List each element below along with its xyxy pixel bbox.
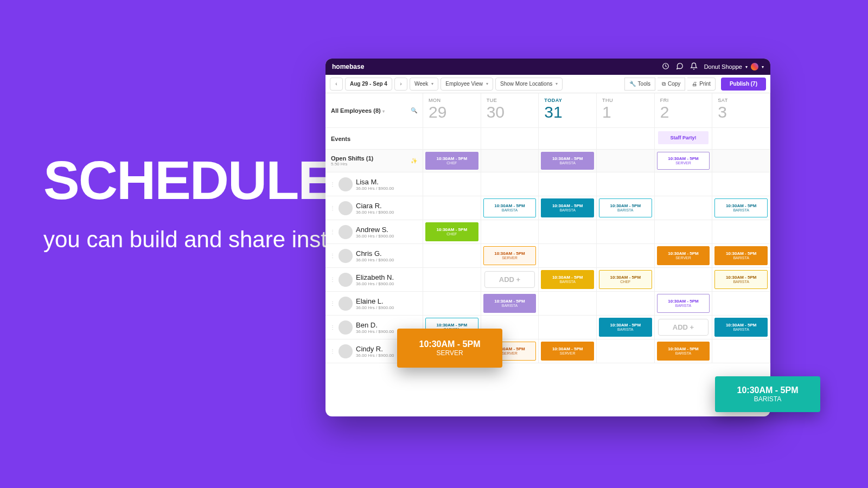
bell-icon[interactable] (690, 62, 698, 71)
shift-cell[interactable]: 10:30AM - 5PMBARISTA (539, 196, 597, 220)
shift-cell[interactable] (655, 268, 713, 292)
shift-block[interactable]: 10:30AM - 5PMBARISTA (599, 318, 652, 337)
drag-handle-icon[interactable]: ⋮ (330, 300, 335, 306)
shift-cell[interactable] (423, 172, 481, 196)
drag-handle-icon[interactable]: ⋮ (330, 205, 335, 211)
drag-handle-icon[interactable]: ⋮ (330, 181, 335, 187)
shift-block[interactable]: 10:30AM - 5PMBARISTA (541, 198, 594, 217)
employee-name[interactable]: Lisa M. (356, 178, 394, 186)
shift-cell[interactable] (597, 292, 655, 316)
shift-cell[interactable] (481, 150, 539, 172)
shift-cell[interactable] (423, 268, 481, 292)
event-chip[interactable]: Staff Party! (658, 131, 709, 144)
shift-block[interactable]: 10:30AM - 5PMBARISTA (657, 342, 710, 361)
drag-handle-icon[interactable]: ⋮ (330, 324, 335, 330)
shift-cell[interactable] (712, 172, 770, 196)
clock-icon[interactable] (662, 62, 669, 71)
dragging-shift-barista[interactable]: 10:30AM - 5PM BARISTA (715, 376, 820, 412)
shift-cell[interactable] (423, 244, 481, 268)
shift-block[interactable]: 10:30AM - 5PMCHEF (599, 270, 652, 289)
shift-cell[interactable]: 10:30AM - 5PMCHEF (423, 220, 481, 244)
publish-button[interactable]: Publish (7) (721, 78, 766, 91)
shift-cell[interactable] (712, 339, 770, 363)
employee-filter[interactable]: All Employees (8) ▾ (331, 107, 385, 114)
employee-name[interactable]: Ben D. (356, 321, 394, 329)
shift-cell[interactable]: ADD + (655, 316, 713, 339)
shift-block[interactable]: 10:30AM - 5PMCHEF (425, 222, 478, 241)
shift-cell[interactable]: 10:30AM - 5PMBARISTA (481, 196, 539, 220)
prev-week-button[interactable]: ‹ (330, 78, 343, 91)
shift-cell[interactable] (539, 244, 597, 268)
drag-handle-icon[interactable]: ⋮ (330, 277, 335, 282)
shift-cell[interactable] (712, 150, 770, 172)
shift-cell[interactable] (481, 172, 539, 196)
shift-cell[interactable]: 10:30AM - 5PMBARISTA (655, 339, 713, 363)
event-cell[interactable] (712, 128, 770, 150)
shift-cell[interactable]: 10:30AM - 5PMSERVER (539, 339, 597, 363)
shift-block[interactable]: 10:30AM - 5PMBARISTA (483, 198, 537, 217)
account-menu[interactable]: Donut Shoppe ▾ ▾ (704, 63, 764, 70)
shift-cell[interactable] (597, 172, 655, 196)
dragging-shift-server[interactable]: 10:30AM - 5PM SERVER (397, 329, 502, 368)
employee-name[interactable]: Cindy R. (356, 345, 394, 353)
tools-button[interactable]: 🔧Tools (624, 78, 655, 91)
shift-cell[interactable] (597, 150, 655, 172)
shift-block[interactable]: 10:30AM - 5PMBARISTA (657, 294, 710, 313)
shift-cell[interactable]: 10:30AM - 5PMBARISTA (481, 292, 539, 316)
shift-cell[interactable] (655, 220, 713, 244)
shift-cell[interactable] (539, 172, 597, 196)
drag-handle-icon[interactable]: ⋮ (330, 229, 335, 235)
shift-block[interactable]: 10:30AM - 5PMBARISTA (541, 152, 594, 170)
magic-icon[interactable]: ✨ (411, 158, 417, 164)
shift-block[interactable]: 10:30AM - 5PMBARISTA (599, 198, 652, 217)
shift-block[interactable]: 10:30AM - 5PMSERVER (483, 246, 537, 265)
shift-cell[interactable]: ADD + (481, 268, 539, 292)
shift-cell[interactable] (597, 339, 655, 363)
shift-cell[interactable]: 10:30AM - 5PMBARISTA (597, 196, 655, 220)
shift-cell[interactable] (712, 220, 770, 244)
shift-cell[interactable] (539, 220, 597, 244)
shift-cell[interactable] (655, 196, 713, 220)
shift-block[interactable]: 10:30AM - 5PMCHEF (425, 152, 478, 170)
search-icon[interactable]: 🔍 (411, 107, 417, 113)
shift-block[interactable]: 10:30AM - 5PMSERVER (657, 152, 710, 170)
drag-handle-icon[interactable]: ⋮ (330, 253, 335, 259)
shift-cell[interactable]: 10:30AM - 5PMSERVER (481, 244, 539, 268)
shift-block[interactable]: 10:30AM - 5PMSERVER (541, 342, 594, 361)
shift-cell[interactable]: 10:30AM - 5PMBARISTA (597, 316, 655, 339)
shift-cell[interactable] (539, 316, 597, 339)
shift-block[interactable]: 10:30AM - 5PMSERVER (657, 246, 710, 265)
print-button[interactable]: 🖨Print (687, 78, 716, 91)
next-week-button[interactable]: › (394, 78, 407, 91)
add-shift-button[interactable]: ADD + (484, 271, 535, 288)
shift-cell[interactable]: 10:30AM - 5PMBARISTA (539, 268, 597, 292)
shift-block[interactable]: 10:30AM - 5PMBARISTA (714, 246, 768, 265)
shift-cell[interactable] (481, 220, 539, 244)
event-cell[interactable] (481, 128, 539, 150)
shift-cell[interactable]: 10:30AM - 5PMSERVER (655, 150, 713, 172)
event-cell[interactable] (539, 128, 597, 150)
shift-cell[interactable]: 10:30AM - 5PMBARISTA (712, 196, 770, 220)
shift-cell[interactable] (423, 196, 481, 220)
shift-block[interactable]: 10:30AM - 5PMBARISTA (714, 270, 768, 289)
shift-cell[interactable]: 10:30AM - 5PMCHEF (597, 268, 655, 292)
shift-cell[interactable]: 10:30AM - 5PMBARISTA (712, 316, 770, 339)
shift-cell[interactable]: 10:30AM - 5PMSERVER (655, 244, 713, 268)
shift-block[interactable]: 10:30AM - 5PMBARISTA (714, 198, 768, 217)
date-range[interactable]: Aug 29 - Sep 4 (345, 78, 392, 91)
shift-block[interactable]: 10:30AM - 5PMBARISTA (714, 318, 768, 337)
shift-cell[interactable] (423, 292, 481, 316)
shift-cell[interactable]: 10:30AM - 5PMBARISTA (712, 244, 770, 268)
group-dropdown[interactable]: Employee View (441, 78, 493, 91)
shift-block[interactable]: 10:30AM - 5PMBARISTA (541, 270, 594, 289)
employee-name[interactable]: Ciara R. (356, 202, 394, 210)
shift-cell[interactable]: 10:30AM - 5PMBARISTA (539, 150, 597, 172)
shift-cell[interactable] (655, 172, 713, 196)
shift-cell[interactable]: 10:30AM - 5PMCHEF (423, 150, 481, 172)
employee-name[interactable]: Andrew S. (356, 226, 394, 234)
employee-name[interactable]: Elaine L. (356, 297, 394, 305)
shift-block[interactable]: 10:30AM - 5PMBARISTA (483, 294, 537, 313)
chat-icon[interactable] (676, 62, 684, 71)
view-dropdown[interactable]: Week (410, 78, 438, 91)
shift-cell[interactable]: 10:30AM - 5PMBARISTA (712, 268, 770, 292)
